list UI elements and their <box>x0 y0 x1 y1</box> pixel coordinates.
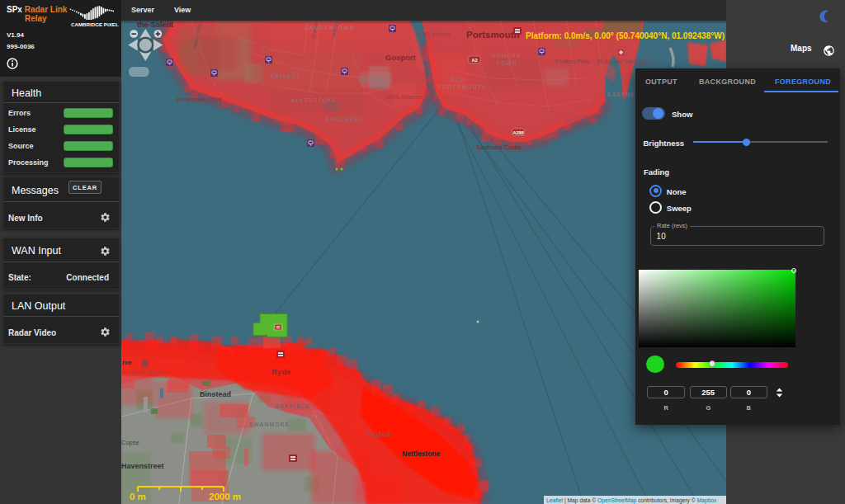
svg-text:Leaflet | Map data © OpenStree: Leaflet | Map data © OpenStreetMap contr… <box>546 497 717 504</box>
svg-text:Fratton Park: Fratton Park <box>555 58 590 65</box>
svg-text:Browndown Point: Browndown Point <box>177 97 222 102</box>
svg-text:rne: rne <box>122 359 132 366</box>
svg-text:SOMERS: SOMERS <box>492 53 522 59</box>
svg-text:SEAFIELD: SEAFIELD <box>358 77 393 82</box>
svg-text:A3: A3 <box>471 58 477 63</box>
svg-text:SWANMORE: SWANMORE <box>249 422 290 427</box>
svg-text:PORTSMOUTH: PORTSMOUTH <box>438 84 487 90</box>
svg-text:OLD: OLD <box>451 77 465 82</box>
svg-text:Portsmouth: Portsmouth <box>466 30 520 40</box>
svg-text:Nettlestone: Nettlestone <box>402 450 441 458</box>
svg-text:Ryde: Ryde <box>271 367 290 376</box>
svg-text:Pondwell: Pondwell <box>366 431 392 438</box>
svg-text:ANGLESEY: ANGLESEY <box>326 116 363 122</box>
svg-text:HMS Alliance: HMS Alliance <box>385 93 422 101</box>
svg-text:ALVERSTOKE: ALVERSTOKE <box>291 97 338 103</box>
svg-text:Havenstreet: Havenstreet <box>121 462 164 470</box>
svg-text:PRIVETT: PRIVETT <box>271 73 301 79</box>
svg-text:Quarr Abbey: Quarr Abbey <box>129 369 163 376</box>
svg-text:Platform: 0.0m/s, 0.00° (50.74: Platform: 0.0m/s, 0.00° (50.740040°N, 01… <box>526 31 725 40</box>
svg-text:St James' Hospital: St James' Hospital <box>597 58 648 65</box>
svg-text:Gosport: Gosport <box>385 53 417 62</box>
svg-text:Southsea Castle: Southsea Castle <box>476 144 522 151</box>
svg-text:A288: A288 <box>512 130 523 135</box>
svg-text:0 m: 0 m <box>130 492 146 502</box>
svg-text:OAKFIELD: OAKFIELD <box>275 403 310 409</box>
svg-text:Copse: Copse <box>121 439 139 446</box>
svg-text:Binstead: Binstead <box>200 390 231 398</box>
svg-text:TOWN: TOWN <box>497 60 517 66</box>
svg-text:HMS Victory: HMS Victory <box>416 31 451 38</box>
svg-text:2000 m: 2000 m <box>209 492 241 502</box>
